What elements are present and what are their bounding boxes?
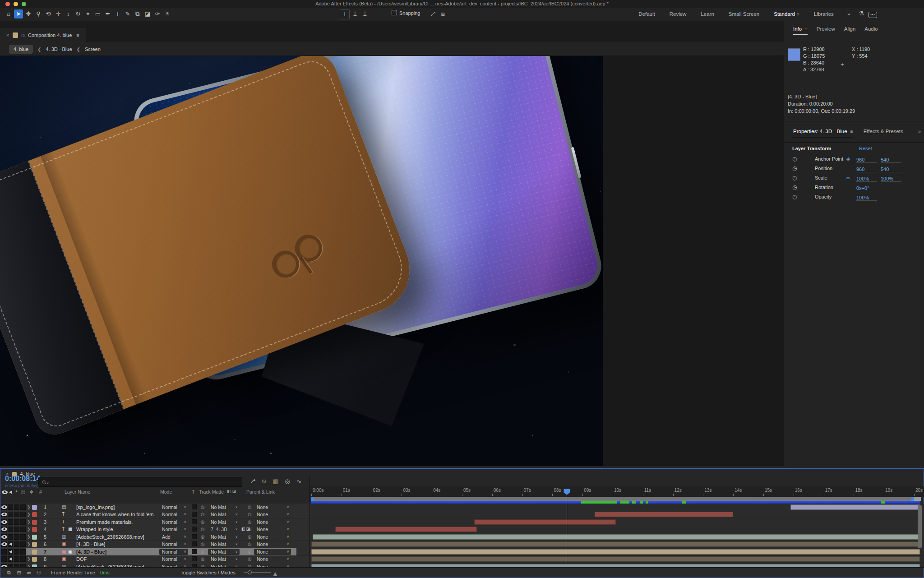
parent-link-dropdown[interactable]: None∨	[254, 511, 291, 518]
matte-pickwhip-icon[interactable]: ◎	[201, 541, 205, 546]
mode-dropdown[interactable]: Add∨	[159, 534, 188, 540]
matte-pickwhip-icon[interactable]: ◎	[201, 549, 205, 554]
matte-pickwhip-icon[interactable]: ◎	[201, 556, 205, 561]
puppet-pin-tool-icon[interactable]: ⍟	[163, 9, 172, 18]
parent-pickwhip-icon[interactable]: ◎	[248, 504, 252, 509]
tab-align[interactable]: Align	[844, 26, 856, 34]
work-area-start-handle[interactable]	[311, 497, 314, 501]
layer-duration-bar[interactable]	[313, 534, 920, 540]
layer-bar-row[interactable]	[310, 504, 924, 511]
layer-name[interactable]: [AdobeStock_236526668.mov]	[76, 534, 157, 540]
twirl-chevron-icon[interactable]: ❯	[27, 557, 31, 561]
layer-name[interactable]: Wrapped in style.	[76, 527, 157, 532]
parent-link-dropdown[interactable]: None∨	[254, 519, 291, 525]
workspace-review[interactable]: Review	[670, 8, 687, 21]
preserve-transparency-toggle[interactable]	[192, 512, 197, 517]
mode-dropdown[interactable]: Normal∨	[159, 556, 188, 562]
parent-link-dropdown[interactable]: None∨	[254, 541, 291, 547]
preserve-transparency-toggle[interactable]	[192, 519, 197, 524]
layer-name[interactable]: DOF	[76, 556, 157, 562]
layer-name[interactable]: Premium made materials.	[76, 519, 157, 525]
mode-dropdown[interactable]: Normal∨	[159, 549, 188, 555]
preserve-transparency-toggle[interactable]	[192, 556, 197, 561]
selection-tool-icon[interactable]: ➤	[14, 9, 23, 18]
timeline-current-time[interactable]: 0:00:08:14	[5, 475, 40, 483]
view-axis-mode-icon[interactable]: ⟘	[360, 9, 370, 18]
stopwatch-icon[interactable]: ◷	[792, 154, 797, 164]
solo-toggle[interactable]	[14, 549, 19, 555]
snap-extend-icon[interactable]: ⧈	[439, 9, 448, 18]
track-matte-dropdown[interactable]: No Mat∨	[208, 534, 240, 540]
twirl-chevron-icon[interactable]: ❯	[27, 527, 31, 532]
matte-pickwhip-icon[interactable]: ◎	[201, 527, 205, 532]
brush-tool-icon[interactable]: ✎	[123, 9, 132, 18]
draft-3d-icon[interactable]: ⍉	[258, 478, 270, 485]
eye-icon[interactable]	[1, 505, 7, 509]
matte-pickwhip-icon[interactable]: ◎	[201, 504, 205, 509]
parent-link-dropdown[interactable]: None∨	[254, 504, 291, 510]
camera-tool-icon[interactable]: ⌖	[83, 9, 92, 18]
mode-dropdown[interactable]: Normal∨	[159, 511, 188, 518]
workspace-overflow-icon[interactable]: »	[847, 8, 850, 21]
speaker-icon[interactable]	[9, 557, 12, 561]
toggle-switches-modes-button[interactable]: Toggle Switches / Modes	[167, 568, 249, 578]
orbit-camera-tool-icon[interactable]: ⟲	[44, 9, 53, 18]
lock-toggle[interactable]	[20, 549, 26, 555]
rotation-tool-icon[interactable]: ↻	[74, 9, 83, 18]
preserve-transparency-toggle[interactable]	[192, 541, 197, 546]
beta-flask-icon[interactable]: ⚗	[859, 10, 864, 17]
zoom-slider-knob[interactable]	[248, 570, 252, 574]
twirl-chevron-icon[interactable]: ❯	[27, 542, 31, 546]
track-matte-dropdown[interactable]: No Mat∨	[208, 519, 240, 525]
solo-toggle[interactable]	[14, 534, 19, 540]
preserve-transparency-toggle[interactable]	[192, 504, 197, 509]
property-value[interactable]: 960	[856, 155, 877, 163]
property-value[interactable]: 540	[881, 155, 901, 163]
layer-bar-row[interactable]	[310, 533, 924, 541]
tab-properties[interactable]: Properties: 4. 3D - Blue ≡	[793, 129, 853, 137]
label-color-chip[interactable]	[32, 557, 37, 562]
layer-duration-bar[interactable]	[474, 519, 616, 525]
stopwatch-icon[interactable]: ◷	[792, 173, 797, 183]
parent-pickwhip-icon[interactable]: ◎	[248, 519, 252, 524]
stopwatch-icon[interactable]: ◷	[792, 164, 797, 173]
audio-toggle[interactable]	[8, 527, 13, 532]
layer-duration-bar[interactable]	[311, 556, 920, 562]
layer-bar-row[interactable]	[310, 541, 924, 548]
twirl-chevron-icon[interactable]: ❯	[27, 550, 31, 554]
lock-toggle[interactable]	[20, 556, 26, 562]
world-axis-mode-icon[interactable]: ⟘	[351, 9, 360, 18]
parent-pickwhip-icon[interactable]: ◎	[248, 534, 252, 539]
timeline-scrollbar[interactable]	[918, 505, 922, 548]
link-scale-icon[interactable]: ∞	[846, 173, 850, 183]
mode-dropdown[interactable]: Normal∨	[159, 541, 188, 547]
layer-bar-row[interactable]	[310, 511, 924, 518]
lock-toggle[interactable]	[20, 512, 26, 517]
frame-blending-icon[interactable]: ▥	[270, 478, 282, 485]
solo-toggle[interactable]	[14, 512, 19, 517]
expand-transfer-controls-icon[interactable]: ⊞	[14, 568, 24, 578]
layer-row[interactable]: ❯8▣DOFNormal∨◎No Mat∨◎None∨	[0, 555, 310, 563]
lock-toggle[interactable]	[20, 504, 26, 510]
label-color-chip[interactable]	[32, 505, 37, 510]
matte-pickwhip-icon[interactable]: ◎	[201, 512, 205, 517]
speaker-icon[interactable]	[9, 542, 12, 546]
breadcrumb-item[interactable]: 4. 3D - Blue	[46, 46, 72, 52]
mode-dropdown[interactable]: Normal∨	[159, 526, 188, 532]
eraser-tool-icon[interactable]: ◪	[143, 9, 152, 18]
solo-toggle[interactable]	[14, 527, 19, 532]
label-color-chip[interactable]	[32, 535, 37, 540]
visibility-toggle[interactable]	[1, 549, 7, 555]
twirl-chevron-icon[interactable]: ❯	[27, 535, 31, 539]
track-matte-dropdown[interactable]: No Mat∨	[208, 556, 240, 562]
solo-toggle[interactable]	[14, 504, 19, 510]
parent-pickwhip-icon[interactable]: ◎	[248, 541, 252, 546]
label-color-chip[interactable]	[32, 542, 37, 547]
parent-link-dropdown[interactable]: None∨	[254, 534, 291, 540]
composition-viewport[interactable]	[0, 56, 603, 466]
layer-name[interactable]: [4. 3D - Blue]	[76, 549, 157, 555]
layer-name[interactable]: [4. 3D - Blue]	[76, 541, 157, 547]
workspace-menu-icon[interactable]: ≡	[797, 12, 799, 17]
mode-dropdown[interactable]: Normal∨	[159, 519, 188, 525]
stopwatch-icon[interactable]: ◷	[792, 183, 797, 192]
